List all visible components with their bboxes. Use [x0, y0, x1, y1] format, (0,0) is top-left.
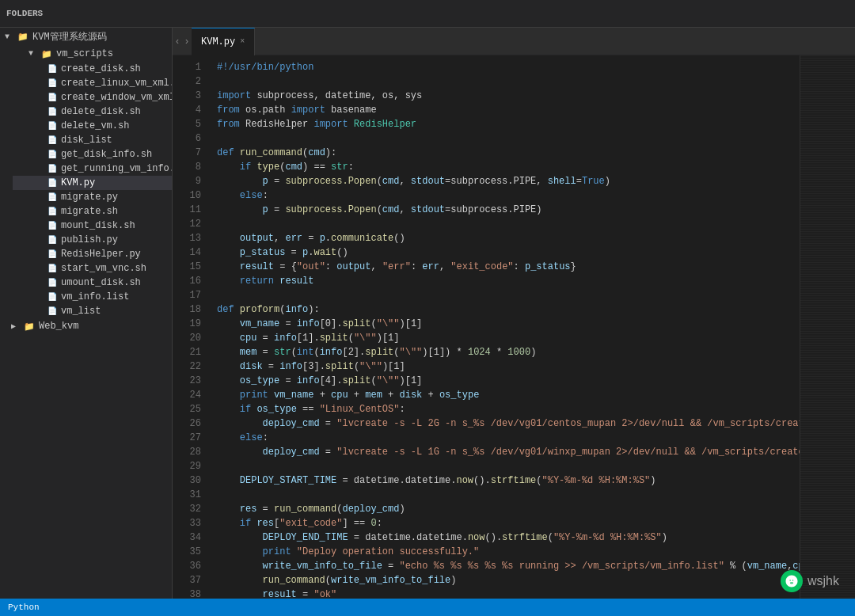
tab-forward-button[interactable]: ›: [182, 34, 192, 48]
file-label: create_window_vm_xml.sh: [61, 92, 173, 103]
file-icon: 📄: [48, 64, 57, 74]
file-label: vm_info.list: [61, 291, 129, 302]
minimap-content: [800, 55, 855, 599]
sidebar: ▼ 📁 KVM管理系统源码 ▼ 📁 vm_scripts 📄 create_di…: [0, 28, 173, 599]
file-start-vm-vnc[interactable]: 📄 start_vm_vnc.sh: [13, 261, 172, 276]
file-mount-disk[interactable]: 📄 mount_disk.sh: [13, 219, 172, 233]
vm-scripts-folder: ▼ 📁 vm_scripts 📄 create_disk.sh 📄 create…: [0, 46, 172, 318]
file-migrate-py[interactable]: 📄 migrate.py: [13, 190, 172, 204]
web-kvm-label: Web_kvm: [39, 321, 78, 332]
root-arrow-icon: ▼: [5, 32, 14, 42]
web-kvm-arrow-icon: ▶: [11, 321, 21, 331]
tab-kvm-py[interactable]: KVM.py ×: [192, 28, 255, 55]
file-label: vm_list: [61, 306, 101, 317]
file-umount-disk[interactable]: 📄 umount_disk.sh: [13, 276, 172, 290]
file-icon: 📄: [48, 107, 57, 116]
file-create-window-vm[interactable]: 📄 create_window_vm_xml.sh: [13, 90, 172, 105]
file-kvm-py[interactable]: 📄 KVM.py: [13, 176, 172, 190]
file-icon: 📄: [48, 135, 57, 145]
app-container: FOLDERS ▼ 📁 KVM管理系统源码 ▼ 📁 vm_scripts 📄: [0, 0, 855, 616]
file-label: start_vm_vnc.sh: [61, 263, 146, 274]
file-icon: 📄: [48, 93, 57, 102]
file-icon: 📄: [48, 121, 57, 131]
wechat-icon: [781, 570, 803, 592]
file-icon: 📄: [48, 306, 57, 316]
vm-scripts-label: vm_scripts: [56, 48, 113, 59]
status-text: Python: [8, 603, 40, 612]
editor-area: ‹ › KVM.py × 123456789101112131415161718…: [173, 28, 855, 599]
folder-icon: 📁: [17, 32, 28, 42]
file-vm-list[interactable]: 📄 vm_list: [13, 304, 172, 318]
file-icon: 📄: [48, 264, 57, 273]
file-label: RedisHelper.py: [61, 249, 141, 260]
tab-close-button[interactable]: ×: [240, 37, 245, 46]
watermark-text: wsjhk: [808, 574, 839, 588]
file-label: publish.py: [61, 234, 118, 245]
file-label: migrate.py: [61, 192, 118, 203]
file-get-disk-info[interactable]: 📄 get_disk_info.sh: [13, 147, 172, 162]
tab-label: KVM.py: [201, 36, 235, 48]
file-label: disk_list: [61, 135, 112, 146]
file-icon: 📄: [48, 192, 57, 202]
file-label: get_running_vm_info.sh: [61, 163, 173, 174]
file-create-linux-vm[interactable]: 📄 create_linux_vm_xml.sh: [13, 76, 172, 90]
code-editor: 1234567891011121314151617181920212223242…: [173, 55, 855, 599]
vm-scripts-header[interactable]: ▼ 📁 vm_scripts: [13, 46, 172, 62]
file-icon: 📄: [48, 221, 57, 230]
file-migrate-sh[interactable]: 📄 migrate.sh: [13, 204, 172, 219]
top-bar: FOLDERS: [0, 0, 855, 28]
vm-scripts-folder-icon: 📁: [41, 49, 52, 59]
file-label: mount_disk.sh: [61, 220, 135, 231]
tab-bar: ‹ › KVM.py ×: [173, 28, 855, 55]
file-label: KVM.py: [61, 177, 95, 188]
file-label: delete_vm.sh: [61, 120, 129, 131]
root-folder[interactable]: ▼ 📁 KVM管理系统源码: [0, 28, 172, 46]
minimap: [800, 55, 855, 599]
file-icon: 📄: [48, 278, 57, 287]
file-icon: 📄: [48, 292, 57, 302]
root-folder-label: KVM管理系统源码: [32, 30, 107, 44]
file-icon: 📄: [48, 207, 57, 216]
web-kvm-folder-icon: 📁: [24, 321, 35, 332]
file-icon: 📄: [48, 150, 57, 159]
watermark: wsjhk: [781, 570, 839, 592]
file-publish[interactable]: 📄 publish.py: [13, 233, 172, 247]
file-disk-list[interactable]: 📄 disk_list: [13, 133, 172, 147]
file-label: create_linux_vm_xml.sh: [61, 78, 173, 89]
file-create-disk[interactable]: 📄 create_disk.sh: [13, 62, 172, 76]
file-get-running-vm[interactable]: 📄 get_running_vm_info.sh: [13, 162, 172, 176]
tab-back-button[interactable]: ‹: [173, 34, 182, 48]
file-icon: 📄: [48, 178, 57, 188]
file-icon: 📄: [48, 235, 57, 245]
web-kvm-folder[interactable]: ▶ 📁 Web_kvm: [0, 318, 172, 334]
file-delete-disk[interactable]: 📄 delete_disk.sh: [13, 105, 172, 119]
file-icon: 📄: [48, 164, 57, 173]
main-content: ▼ 📁 KVM管理系统源码 ▼ 📁 vm_scripts 📄 create_di…: [0, 28, 855, 599]
file-delete-vm[interactable]: 📄 delete_vm.sh: [13, 119, 172, 133]
file-label: migrate.sh: [61, 206, 118, 217]
file-icon: 📄: [48, 78, 57, 88]
vm-scripts-arrow-icon: ▼: [28, 49, 38, 59]
file-label: get_disk_info.sh: [61, 149, 152, 160]
file-label: delete_disk.sh: [61, 106, 141, 117]
line-numbers: 1234567891011121314151617181920212223242…: [173, 55, 209, 599]
file-icon: 📄: [48, 249, 57, 259]
file-vm-info-list[interactable]: 📄 vm_info.list: [13, 290, 172, 304]
file-redis-helper[interactable]: 📄 RedisHelper.py: [13, 247, 172, 261]
folders-label: FOLDERS: [6, 9, 43, 18]
status-bar: Python: [0, 599, 855, 616]
file-label: create_disk.sh: [61, 63, 141, 74]
code-content[interactable]: #!/usr/bin/python import subprocess, dat…: [209, 55, 800, 599]
file-label: umount_disk.sh: [61, 277, 141, 288]
